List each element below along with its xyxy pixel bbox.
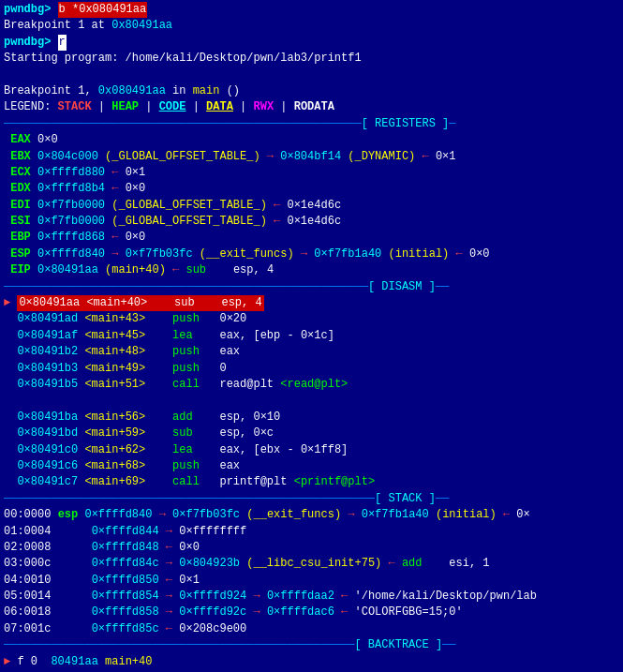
cmd-input-2: r (58, 35, 67, 51)
reg-ebx: EBX 0×804c000 (_GLOBAL_OFFSET_TABLE_) → … (4, 149, 619, 165)
stack-section-label: [ STACK ] (375, 491, 436, 507)
stack-row-0: 00:0000 esp 0×ffffd840 → 0×f7fb03fc (__e… (4, 507, 619, 523)
stack-row-2: 02:0008 0×ffffd848 ← 0×0 (4, 540, 619, 556)
stack-row-4: 04:0010 0×ffffd850 ← 0×1 (4, 573, 619, 589)
reg-ecx: ECX 0×ffffd880 ← 0×1 (4, 165, 619, 181)
reg-esi: ESI 0×f7fb0000 (_GLOBAL_OFFSET_TABLE_) ←… (4, 214, 619, 230)
prompt-1: pwndbg> (4, 2, 58, 18)
reg-edi: EDI 0×f7fb0000 (_GLOBAL_OFFSET_TABLE_) ←… (4, 198, 619, 214)
bp-message: Breakpoint 1 at 0x80491aa (4, 18, 619, 34)
bp-hit: Breakpoint 1, 0x080491aa in main () (4, 83, 619, 99)
backtrace-section-label: [ BACKTRACE ] (354, 637, 442, 653)
backtrace-row-0: ► f 0 80491aa main+40 (4, 654, 619, 670)
reg-eip: EIP 0×80491aa (main+40) ← sub esp, 4 (4, 262, 619, 278)
disasm-row-8: 0×80491c0 <main+62> lea eax, [ebx - 0×1f… (4, 442, 619, 458)
reg-edx: EDX 0×ffffd8b4 ← 0×0 (4, 181, 619, 197)
disasm-row-4: 0×80491b3 <main+49> push 0 (4, 361, 619, 377)
registers-header: ────────────────────────────────────────… (4, 116, 619, 132)
reg-ebp: EBP 0×ffffd868 ← 0×0 (4, 230, 619, 246)
cmd-input-1: b *0x080491aa (58, 2, 148, 18)
disasm-row-10: 0×80491c7 <main+69> call printf@plt <pri… (4, 474, 619, 490)
stack-row-1: 01:0004 0×ffffd844 → 0×ffffffff (4, 524, 619, 540)
stack-row-7: 07:001c 0×ffffd85c ← 0×208c9e00 (4, 621, 619, 637)
stack-header: ────────────────────────────────────────… (4, 491, 619, 507)
disasm-row-9: 0×80491c6 <main+68> push eax (4, 458, 619, 474)
stack-row-3: 03:000c 0×ffffd84c → 0×804923b (__libc_c… (4, 556, 619, 572)
cmd-line-1: pwndbg> b *0x080491aa (4, 2, 619, 18)
empty-2 (4, 393, 619, 409)
disasm-row-7: 0×80491bd <main+59> sub esp, 0×c (4, 426, 619, 441)
backtrace-header: ────────────────────────────────────────… (4, 637, 619, 653)
cmd-line-2: pwndbg> r (4, 35, 619, 51)
reg-esp: ESP 0×ffffd840 → 0×f7fb03fc (__exit_func… (4, 246, 619, 262)
reg-eax: EAX 0×0 (4, 132, 619, 148)
disasm-header: ────────────────────────────────────────… (4, 279, 619, 295)
start-program: Starting program: /home/kali/Desktop/pwn… (4, 51, 619, 67)
disasm-row-2: 0×80491af <main+45> lea eax, [ebp - 0×1c… (4, 328, 619, 344)
empty-1 (4, 67, 619, 83)
disasm-row-5: 0×80491b5 <main+51> call read@plt <read@… (4, 377, 619, 393)
disasm-row-1: 0×80491ad <main+43> push 0×20 (4, 311, 619, 327)
stack-row-5: 05:0014 0×ffffd854 → 0×ffffd924 → 0×ffff… (4, 589, 619, 605)
disasm-row-current: ► 0×80491aa <main+40> sub esp, 4 (4, 295, 619, 311)
registers-section-label: [ REGISTERS ] (362, 116, 450, 132)
disasm-row-6: 0×80491ba <main+56> add esp, 0×10 (4, 410, 619, 426)
prompt-2: pwndbg> (4, 35, 58, 51)
current-instruction: 0×80491aa <main+40> sub esp, 4 (17, 295, 263, 311)
disasm-section-label: [ DISASM ] (368, 279, 436, 295)
terminal: pwndbg> b *0x080491aa Breakpoint 1 at 0x… (0, 0, 623, 672)
stack-row-6: 06:0018 0×ffffd858 → 0×ffffd92c → 0×ffff… (4, 605, 619, 620)
legend-line: LEGEND: STACK | HEAP | CODE | DATA | RWX… (4, 99, 619, 115)
disasm-row-3: 0×80491b2 <main+48> push eax (4, 344, 619, 360)
